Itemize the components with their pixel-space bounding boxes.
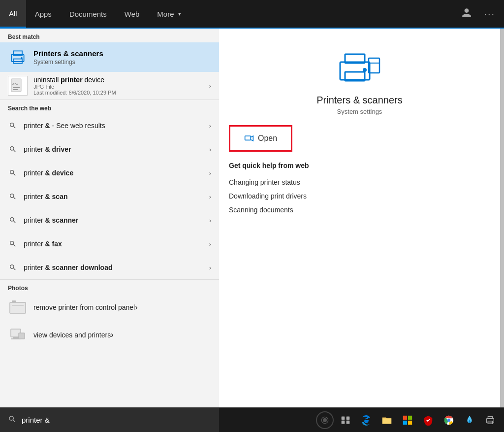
edge-button[interactable] (357, 411, 375, 429)
quick-help-section: Get quick help from web Changing printer… (229, 162, 490, 217)
tab-apps[interactable]: Apps (26, 0, 61, 28)
store-icon (402, 415, 413, 426)
file-explorer-button[interactable] (378, 411, 396, 429)
arrow-icon: › (209, 82, 211, 90)
photos-header: Photos (0, 280, 219, 294)
arrow-icon: › (209, 193, 211, 200)
idm-icon (464, 415, 475, 426)
arrow-icon: › (209, 264, 211, 271)
search-web-header: Search the web (0, 100, 219, 114)
photos-view-devices-icon (8, 325, 28, 345)
svg-rect-24 (342, 416, 345, 420)
edge-icon (360, 414, 372, 426)
file-result-text: uninstall printer device JPG File Last m… (33, 76, 207, 96)
web-result-text-7: printer & scanner download (24, 264, 207, 271)
scrollbar[interactable] (500, 29, 504, 407)
svg-rect-6 (13, 89, 18, 90)
mcafee-button[interactable] (419, 411, 437, 429)
svg-rect-29 (408, 415, 412, 419)
arrow-icon: › (209, 122, 211, 130)
search-icon (8, 144, 18, 154)
printer-taskbar-icon (485, 415, 496, 426)
svg-point-3 (21, 57, 23, 59)
svg-rect-14 (19, 333, 25, 339)
tab-more[interactable]: More ▾ (148, 0, 189, 28)
best-match-subtitle: System settings (33, 59, 103, 66)
mcafee-icon (423, 415, 434, 426)
svg-point-23 (323, 418, 327, 422)
svg-rect-8 (10, 302, 26, 313)
printer-taskbar-button[interactable] (481, 411, 499, 429)
file-meta-type: JPG File (33, 84, 207, 90)
file-result-uninstall-printer[interactable]: JPG uninstall printer device JPG File La… (0, 72, 219, 100)
svg-rect-28 (403, 415, 407, 419)
search-icon (8, 192, 18, 201)
chrome-button[interactable] (440, 411, 458, 429)
topbar-right-icons: ··· (457, 5, 504, 23)
svg-rect-12 (13, 337, 19, 338)
search-icon-bottom (8, 415, 17, 426)
search-icon (8, 263, 18, 272)
file-result-title: uninstall printer device (33, 76, 207, 84)
web-result-printer-scan[interactable]: printer & scan › (0, 185, 219, 208)
file-icon: JPG (8, 76, 28, 96)
open-button[interactable]: Open (232, 129, 289, 148)
tab-all[interactable]: All (0, 0, 26, 28)
arrow-icon: › (111, 331, 113, 339)
open-icon (244, 133, 254, 143)
arrow-icon: › (209, 146, 211, 153)
tab-web[interactable]: Web (116, 0, 149, 28)
photos-view-devices-printers[interactable]: view devices and printers › (0, 321, 219, 349)
svg-text:JPG: JPG (12, 82, 18, 85)
search-icon (8, 239, 18, 249)
web-result-printer-see-web[interactable]: printer & - See web results › (0, 114, 219, 137)
search-input[interactable] (22, 416, 211, 424)
quick-help-link-1[interactable]: Changing printer status (229, 175, 490, 189)
web-result-printer-scanner[interactable]: printer & scanner › (0, 208, 219, 232)
task-view-button[interactable] (337, 411, 354, 429)
quick-help-link-2[interactable]: Downloading print drivers (229, 189, 490, 203)
arrow-icon: › (209, 217, 211, 224)
tab-documents[interactable]: Documents (61, 0, 116, 28)
right-detail-panel: Printers & scanners System settings Open… (219, 29, 500, 407)
cortana-button[interactable] (316, 411, 334, 429)
ellipsis-icon[interactable]: ··· (480, 6, 499, 22)
web-result-text-4: printer & scan (24, 193, 207, 200)
best-match-header: Best match (0, 29, 219, 42)
svg-rect-9 (12, 300, 16, 302)
svg-point-18 (363, 68, 367, 72)
person-icon[interactable] (457, 5, 476, 23)
bottom-bar (0, 407, 504, 432)
photos-view-devices-text: view devices and printers (33, 331, 111, 339)
best-match-title: Printers & scanners (33, 49, 103, 58)
photos-remove-printer[interactable]: remove printer from control panel › (0, 294, 219, 321)
web-result-text-6: printer & fax (24, 240, 207, 248)
svg-rect-26 (342, 420, 345, 424)
chevron-down-icon: ▾ (178, 11, 181, 17)
right-panel-title: Printers & scanners (316, 95, 403, 106)
web-result-printer-scanner-download[interactable]: printer & scanner download › (0, 256, 219, 279)
quick-help-title: Get quick help from web (229, 162, 490, 169)
web-result-printer-driver[interactable]: printer & driver › (0, 137, 219, 161)
web-result-printer-fax[interactable]: printer & fax › (0, 232, 219, 256)
photos-remove-text: remove printer from control panel (33, 303, 135, 311)
idm-button[interactable] (461, 411, 478, 429)
open-button-container: Open (229, 125, 292, 152)
search-icon (8, 121, 18, 131)
web-result-text-1: printer & - See web results (24, 122, 207, 130)
best-match-printers-scanners[interactable]: Printers & scanners System settings (0, 42, 219, 72)
quick-help-link-3[interactable]: Scanning documents (229, 203, 490, 217)
best-match-text: Printers & scanners System settings (33, 49, 103, 66)
svg-rect-27 (346, 420, 350, 424)
svg-rect-21 (245, 136, 251, 140)
web-result-printer-device[interactable]: printer & device › (0, 161, 219, 185)
svg-rect-25 (346, 416, 350, 420)
search-icon (8, 215, 18, 225)
photos-remove-printer-icon (8, 298, 28, 317)
right-panel-subtitle: System settings (337, 108, 382, 115)
arrow-icon: › (135, 303, 137, 312)
file-explorer-icon (381, 415, 392, 426)
file-meta-date: Last modified: 6/6/2020, 10:29 PM (33, 90, 207, 96)
store-button[interactable] (399, 411, 416, 429)
chrome-icon (443, 415, 454, 426)
